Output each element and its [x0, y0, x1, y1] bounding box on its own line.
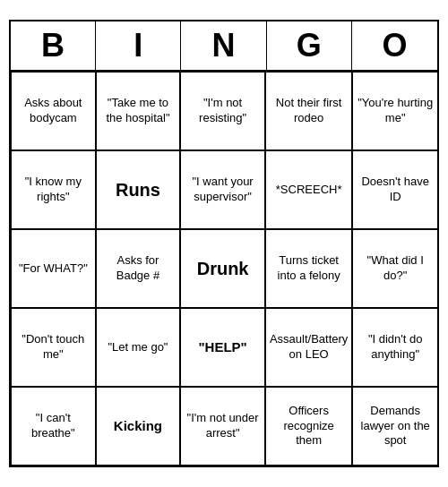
bingo-cell-18: Assault/Battery on LEO — [265, 308, 352, 387]
bingo-cell-7: "I want your supervisor" — [180, 150, 265, 229]
bingo-letter-b: B — [11, 21, 96, 70]
bingo-cell-6: Runs — [96, 150, 181, 229]
bingo-cell-16: "Let me go" — [96, 308, 181, 387]
bingo-cell-1: "Take me to the hospital" — [96, 72, 181, 150]
bingo-cell-14: "What did I do?" — [352, 229, 437, 308]
bingo-cell-3: Not their first rodeo — [265, 72, 352, 150]
bingo-letter-n: N — [181, 21, 266, 70]
bingo-cell-24: Demands lawyer on the spot — [352, 387, 437, 466]
bingo-cell-2: "I'm not resisting" — [180, 72, 265, 150]
bingo-card: BINGO Asks about bodycam"Take me to the … — [9, 20, 439, 467]
bingo-cell-13: Turns ticket into a felony — [265, 229, 352, 308]
bingo-cell-11: Asks for Badge # — [96, 229, 181, 308]
bingo-cell-17: "HELP" — [180, 308, 265, 387]
bingo-cell-21: Kicking — [96, 387, 181, 466]
bingo-cell-8: *SCREECH* — [265, 150, 352, 229]
bingo-cell-15: "Don't touch me" — [11, 308, 96, 387]
bingo-cell-22: "I'm not under arrest" — [180, 387, 265, 466]
bingo-letter-o: O — [352, 21, 437, 70]
bingo-grid: Asks about bodycam"Take me to the hospit… — [11, 72, 437, 466]
bingo-cell-5: "I know my rights" — [11, 150, 96, 229]
bingo-header: BINGO — [11, 21, 437, 72]
bingo-cell-10: "For WHAT?" — [11, 229, 96, 308]
bingo-cell-12: Drunk — [180, 229, 265, 308]
bingo-cell-20: "I can't breathe" — [11, 387, 96, 466]
bingo-cell-9: Doesn't have ID — [352, 150, 437, 229]
bingo-cell-0: Asks about bodycam — [11, 72, 96, 150]
bingo-cell-4: "You're hurting me" — [352, 72, 437, 150]
bingo-cell-23: Officers recognize them — [265, 387, 352, 466]
bingo-letter-i: I — [96, 21, 181, 70]
bingo-cell-19: "I didn't do anything" — [352, 308, 437, 387]
bingo-letter-g: G — [267, 21, 352, 70]
